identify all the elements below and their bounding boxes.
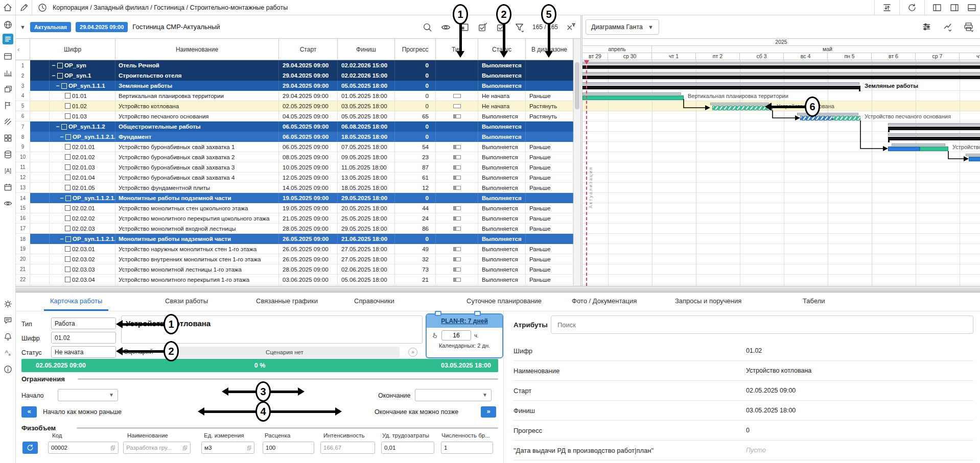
code-field[interactable] [51, 332, 116, 344]
asap-button[interactable]: « [21, 406, 37, 418]
table-row[interactable]: 2−OP_syn.1Строительство отеля29.04.2025 … [16, 70, 580, 81]
scrollbar-thumb[interactable] [575, 62, 579, 109]
row-checkbox[interactable] [65, 175, 71, 180]
table-row[interactable]: 1502.02.01Устройство монолитных стен цок… [16, 203, 580, 213]
copy-icon[interactable] [247, 445, 251, 451]
header-name[interactable]: Наименование [115, 39, 279, 60]
tab-5[interactable]: Суточное планирование [460, 293, 548, 311]
row-checkbox[interactable] [65, 196, 71, 201]
checkbox-check-icon[interactable] [477, 22, 488, 33]
table-row[interactable]: 14−OP_syn.1.1.2.1.2.02Монолитные работы … [16, 193, 580, 203]
alap-button[interactable]: » [481, 406, 496, 418]
row-checkbox[interactable] [57, 63, 63, 68]
tab-3[interactable]: Связанные графики [250, 293, 324, 311]
gantt-body[interactable]: Актуализация Земляные работыВертикальная… [582, 60, 980, 286]
row-checkbox[interactable] [61, 83, 67, 89]
phys-field[interactable] [381, 442, 434, 454]
table-row[interactable]: 1602.02.02Устройство монолитного перекры… [16, 213, 580, 224]
copy-icon[interactable] [110, 445, 115, 451]
table-row[interactable]: 1902.03.01Устройство наружных монолитных… [16, 244, 580, 254]
sidebar-item-grid[interactable] [3, 133, 13, 143]
sliders-icon[interactable] [921, 21, 932, 32]
copy-icon[interactable] [182, 445, 188, 451]
date-badge[interactable]: 29.04.2025 09:00 [76, 22, 128, 32]
row-checkbox[interactable] [65, 164, 71, 170]
sidebar-item-translate[interactable]: Aя [3, 348, 13, 358]
table-row[interactable]: 1302.01.05Устройство фундаментной плиты1… [16, 183, 580, 193]
row-checkbox[interactable] [65, 277, 71, 282]
swap-vertical-icon[interactable] [882, 3, 892, 13]
tab-1[interactable]: Карточка работы [44, 293, 108, 311]
constraint-finish-select[interactable]: ▼ [415, 389, 492, 401]
sidebar-item-comments[interactable] [3, 315, 13, 326]
attributes-search-input[interactable] [551, 315, 973, 334]
row-checkbox[interactable] [65, 113, 71, 119]
row-checkbox[interactable] [65, 134, 71, 140]
constraint-start-select[interactable]: ▼ [58, 389, 118, 401]
sidebar-item-globe[interactable] [3, 19, 13, 30]
sidebar-item-info[interactable] [3, 364, 13, 375]
phys-field[interactable] [201, 442, 254, 454]
links-icon[interactable] [942, 21, 953, 32]
type-field[interactable] [51, 318, 116, 329]
attribute-row[interactable]: Прогресс0 [514, 421, 973, 441]
table-row[interactable]: 1−OP_synОтель Речной29.04.2025 09:0002.0… [16, 60, 580, 70]
table-scrollbar[interactable] [573, 39, 580, 286]
sidebar-item-notifications[interactable] [3, 331, 13, 342]
table-row[interactable]: 401.01Вертикальная планировка территории… [16, 91, 580, 101]
phys-field[interactable] [263, 442, 314, 454]
row-checkbox[interactable] [65, 154, 71, 160]
sidebar-item-text[interactable]: [A] [3, 165, 13, 176]
clear-filter-icon[interactable] [566, 22, 576, 33]
row-checkbox[interactable] [65, 256, 71, 262]
print-icon[interactable] [963, 21, 974, 32]
scenario-expand-icon[interactable]: » [408, 348, 417, 357]
layout-left-icon[interactable] [932, 3, 942, 13]
status-field[interactable] [51, 346, 116, 358]
sidebar-item-layers[interactable] [3, 84, 13, 94]
tab-7[interactable]: Запросы и поручения [669, 293, 748, 311]
row-checkbox[interactable] [65, 103, 71, 109]
table-row[interactable]: 2102.03.03Устройство монолитной лестницы… [16, 264, 580, 275]
status-badge[interactable]: Актуальная [30, 22, 71, 32]
row-checkbox[interactable] [57, 73, 63, 79]
layout-bottom-icon[interactable] [967, 3, 977, 13]
sidebar-item-window[interactable] [3, 51, 13, 62]
phys-field[interactable] [441, 442, 493, 454]
table-row[interactable]: 7−OP_syn.1.1.2Общестроительные работы06.… [16, 121, 580, 132]
header-start[interactable]: Старт [279, 39, 338, 60]
plan-r-link[interactable]: PLAN-R: 7 дней [427, 314, 502, 328]
row-checkbox[interactable] [65, 236, 71, 242]
eye-icon[interactable] [440, 22, 451, 33]
row-checkbox[interactable] [61, 124, 67, 130]
table-row[interactable]: 1702.02.03Устройство монолитной входной … [16, 224, 580, 234]
home-button[interactable] [0, 0, 16, 15]
attribute-row[interactable]: "Дата выдачи РД в производство работ|пла… [514, 441, 973, 460]
table-row[interactable]: 18−OP_syn.1.1.2.1.2.03Монолитные работы … [16, 234, 580, 244]
table-row[interactable]: 501.02Устройство котлована02.05.2025 09:… [16, 101, 580, 111]
tab-2[interactable]: Связи работы [159, 293, 214, 311]
sidebar-item-schedules[interactable] [3, 34, 13, 44]
sidebar-item-flags[interactable] [3, 100, 13, 111]
header-progress[interactable]: Прогресс [395, 39, 436, 60]
row-checkbox[interactable] [65, 205, 71, 211]
tab-8[interactable]: Табели [797, 293, 831, 311]
table-row[interactable]: 3−OP_syn.1.1.1Земляные работы29.04.2025 … [16, 81, 580, 91]
row-checkbox[interactable] [65, 215, 71, 221]
table-row[interactable]: 2002.03.02Устройство внутренних монолитн… [16, 254, 580, 264]
refresh-icon[interactable] [907, 3, 917, 13]
table-row[interactable]: 1002.01.02Устройство буронабивных свай з… [16, 152, 580, 162]
header-finish[interactable]: Финиш [338, 39, 395, 60]
attribute-row[interactable]: Шифр01.02 [514, 341, 973, 361]
table-row[interactable]: 2202.03.04Устройство монолитного перекры… [16, 275, 580, 285]
edit-button[interactable] [16, 0, 32, 15]
search-icon[interactable] [422, 22, 433, 33]
sidebar-item-charts[interactable] [3, 67, 13, 78]
table-row[interactable]: 1102.01.03Устройство буронабивных свай з… [16, 162, 580, 173]
sidebar-item-hatch[interactable] [3, 116, 13, 127]
phys-field[interactable] [48, 442, 119, 454]
attribute-row[interactable]: Финиш03.05.2025 18:00 [514, 401, 973, 421]
scenario-bar[interactable]: Сценария нет [170, 347, 400, 358]
view-selector[interactable]: Диаграмма Ганта ▼ [586, 19, 659, 35]
sidebar-item-calendar[interactable] [3, 182, 13, 192]
